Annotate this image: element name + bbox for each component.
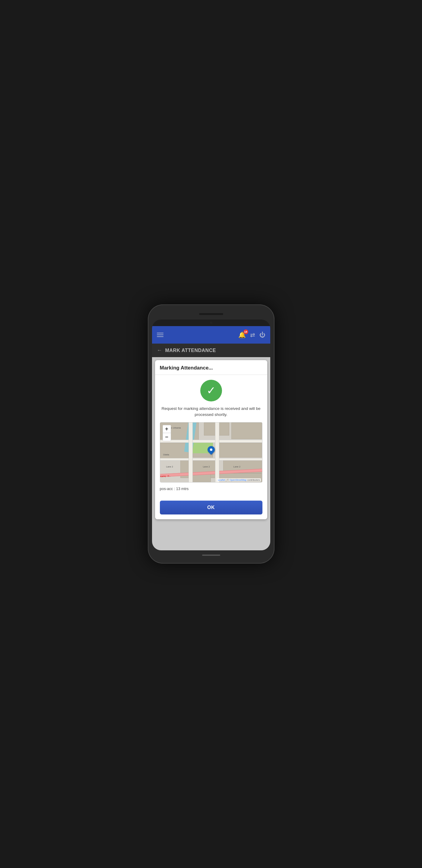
map-container[interactable]: Pebbles Urbania Odela Lane 2 Lane 2 Lane…	[160, 422, 262, 483]
app-bar-right: 🔔 18 ⇄ ⏻	[238, 331, 265, 338]
hamburger-menu[interactable]	[157, 333, 164, 337]
pin-inner	[210, 448, 213, 451]
dialog-card: Marking Attendance... ✓ Request for mark…	[155, 360, 267, 519]
phone-bottom	[152, 552, 270, 558]
phone-speaker	[199, 313, 223, 315]
map-controls: + −	[163, 425, 171, 441]
map-label-katraj: Katraj - D...	[160, 475, 171, 477]
map-pin	[207, 446, 215, 453]
page-header: ← MARK ATTENDANCE	[152, 344, 270, 357]
zoom-in-button[interactable]: +	[163, 425, 171, 433]
notification-badge: 18	[244, 330, 248, 334]
map-block-6	[217, 443, 262, 458]
dialog-title: Marking Attendance...	[160, 365, 262, 371]
notification-wrapper[interactable]: 🔔 18	[238, 331, 246, 338]
checkmark-icon: ✓	[207, 385, 216, 396]
page-title: MARK ATTENDANCE	[165, 348, 216, 353]
screen-content: Marking Attendance... ✓ Request for mark…	[152, 357, 270, 550]
map-label-lane2-1: Lane 2	[166, 465, 173, 468]
zoom-out-button[interactable]: −	[163, 433, 171, 441]
phone-screen: 🔔 18 ⇄ ⏻ ← MARK ATTENDANCE Marking Atten…	[152, 319, 270, 550]
phone-frame: 🔔 18 ⇄ ⏻ ← MARK ATTENDANCE Marking Atten…	[148, 304, 275, 564]
swap-icon[interactable]: ⇄	[250, 331, 255, 338]
map-road-h2	[160, 458, 262, 461]
success-circle: ✓	[200, 380, 222, 401]
dialog-footer: OK	[155, 501, 267, 519]
map-road-v2	[215, 423, 219, 482]
pos-acc-text: pos-acc : 13 mtrs	[160, 487, 189, 491]
pin-head	[206, 444, 216, 455]
success-icon-wrapper: ✓	[200, 380, 222, 401]
camera-dot	[210, 321, 213, 324]
osm-link[interactable]: OpenStreetMap	[229, 478, 247, 481]
map-attribution: Leaflet | © OpenStreetMap contributors	[217, 478, 261, 482]
app-bar: 🔔 18 ⇄ ⏻	[152, 326, 270, 344]
map-label-lane2-2: Lane 2	[203, 465, 209, 468]
ok-button[interactable]: OK	[160, 501, 262, 515]
map-label-odela: Odela	[163, 453, 169, 456]
home-bar	[202, 555, 220, 556]
phone-notch	[152, 310, 270, 318]
leaflet-link[interactable]: Leaflet	[218, 478, 225, 481]
dialog-header: Marking Attendance...	[155, 360, 267, 375]
map-block-3	[231, 423, 262, 439]
status-bar	[152, 319, 270, 326]
back-arrow[interactable]: ←	[157, 347, 162, 353]
map-label-lane2-3: Lane 2	[233, 465, 241, 468]
dialog-body: ✓ Request for marking attendance is rece…	[155, 375, 267, 501]
map-background: Pebbles Urbania Odela Lane 2 Lane 2 Lane…	[160, 423, 262, 482]
power-icon[interactable]: ⏻	[259, 332, 265, 338]
map-road-h1	[160, 440, 262, 443]
map-road-v1	[189, 423, 193, 482]
success-message: Request for marking attendance is receiv…	[160, 406, 262, 418]
